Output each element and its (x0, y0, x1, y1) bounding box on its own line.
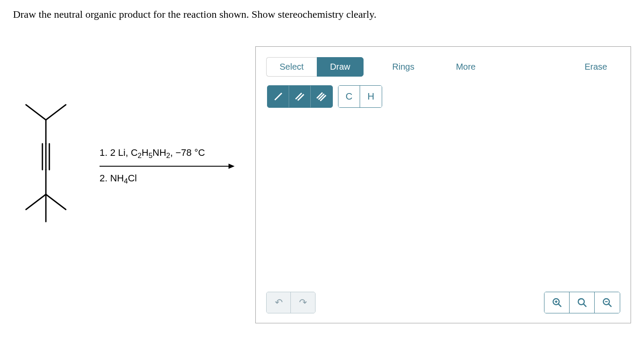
cond1-prefix: 1. 2 Li, C (100, 147, 138, 158)
svg-line-24 (609, 304, 611, 306)
zoom-in-button[interactable] (544, 292, 570, 313)
cond1-mid2: NH (152, 147, 166, 158)
reset-zoom-button[interactable] (570, 292, 595, 313)
reset-zoom-icon (576, 297, 588, 308)
svg-line-7 (26, 194, 46, 210)
drawing-editor: Select Draw Rings More Erase (255, 46, 631, 323)
reaction-arrow (100, 166, 234, 167)
select-button[interactable]: Select (266, 57, 317, 77)
cond1-sub3: 2 (166, 151, 170, 159)
redo-button[interactable]: ↷ (291, 292, 315, 313)
draw-button[interactable]: Draw (317, 57, 364, 77)
undo-icon: ↶ (275, 297, 283, 308)
starting-material-structure (13, 98, 82, 234)
bottom-tools: ↶ ↷ (266, 292, 620, 313)
triple-bond-icon (315, 90, 328, 103)
single-bond-icon (272, 90, 285, 103)
question-text: Draw the neutral organic product for the… (13, 9, 631, 20)
more-button[interactable]: More (443, 58, 489, 76)
cond1-mid1: H (142, 147, 148, 158)
undo-redo-group: ↶ ↷ (266, 292, 316, 313)
rings-button[interactable]: Rings (379, 58, 427, 76)
atom-group: C H (338, 85, 382, 108)
cond1-sub2: 5 (148, 151, 152, 159)
reaction-conditions: 1. 2 Li, C2H5NH2, −78 °C 2. NH4Cl (100, 144, 238, 189)
zoom-group (544, 292, 620, 313)
cond2-prefix: 2. NH (100, 173, 124, 184)
svg-line-17 (558, 304, 561, 306)
zoom-in-icon (551, 297, 563, 308)
single-bond-button[interactable] (267, 86, 289, 107)
content-area: 1. 2 Li, C2H5NH2, −78 °C 2. NH4Cl Select… (13, 46, 631, 323)
undo-button[interactable]: ↶ (267, 292, 291, 313)
bond-group (267, 85, 333, 108)
double-bond-icon (293, 90, 306, 103)
drawing-canvas[interactable] (256, 115, 631, 288)
top-toolbar: Select Draw Rings More Erase (256, 47, 631, 115)
triple-bond-button[interactable] (311, 86, 332, 107)
arrow-head-icon (229, 164, 235, 169)
tool-row: C H (266, 83, 620, 115)
condition-1: 1. 2 Li, C2H5NH2, −78 °C (100, 147, 238, 160)
cond1-suffix: , −78 °C (170, 147, 205, 158)
svg-line-21 (583, 304, 586, 306)
carbon-atom-button[interactable]: C (338, 86, 360, 107)
svg-line-8 (46, 194, 66, 210)
cond2-suffix: Cl (128, 173, 137, 184)
svg-line-1 (46, 105, 66, 120)
hydrogen-atom-button[interactable]: H (360, 86, 382, 107)
zoom-out-icon (602, 297, 613, 308)
condition-2: 2. NH4Cl (100, 173, 238, 185)
zoom-out-button[interactable] (595, 292, 620, 313)
svg-line-0 (26, 105, 46, 120)
double-bond-button[interactable] (289, 86, 311, 107)
erase-button[interactable]: Erase (572, 58, 620, 76)
cond1-sub1: 2 (138, 151, 142, 159)
left-panel: 1. 2 Li, C2H5NH2, −78 °C 2. NH4Cl (13, 46, 238, 234)
mode-row: Select Draw Rings More Erase (266, 57, 620, 77)
redo-icon: ↷ (299, 297, 307, 308)
svg-line-10 (275, 93, 282, 100)
